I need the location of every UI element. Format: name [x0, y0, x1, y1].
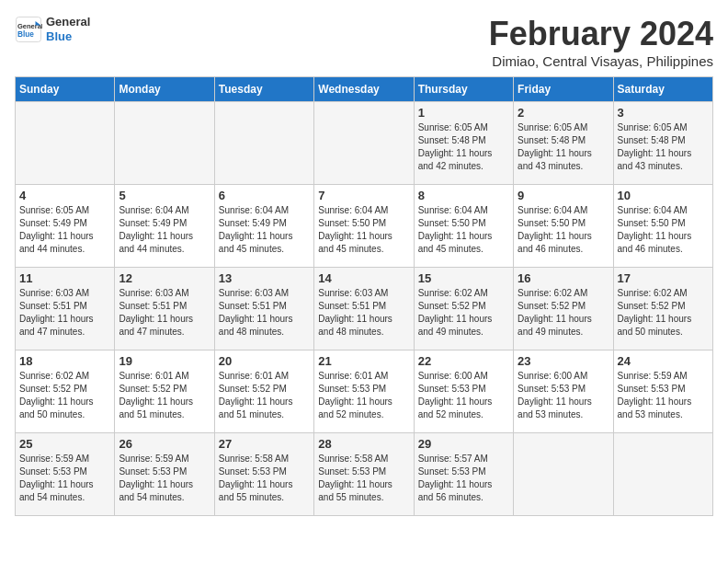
- day-number: 4: [19, 189, 110, 202]
- day-info: Sunrise: 6:03 AM Sunset: 5:51 PM Dayligh…: [119, 287, 210, 339]
- day-number: 18: [19, 354, 110, 368]
- day-info: Sunrise: 6:03 AM Sunset: 5:51 PM Dayligh…: [219, 287, 310, 339]
- calendar-cell: 17Sunrise: 6:02 AM Sunset: 5:52 PM Dayli…: [613, 268, 712, 350]
- calendar-cell: 10Sunrise: 6:04 AM Sunset: 5:50 PM Dayli…: [613, 185, 712, 268]
- day-number: 2: [518, 106, 609, 120]
- day-info: Sunrise: 6:01 AM Sunset: 5:52 PM Dayligh…: [219, 370, 310, 421]
- weekday-header-thursday: Thursday: [414, 77, 513, 102]
- calendar-cell: [613, 433, 712, 516]
- page-header: General Blue General Blue February 2024 …: [15, 15, 713, 69]
- calendar-cell: 11Sunrise: 6:03 AM Sunset: 5:51 PM Dayli…: [16, 268, 115, 350]
- calendar-week-row: 1Sunrise: 6:05 AM Sunset: 5:48 PM Daylig…: [16, 102, 713, 185]
- day-number: 19: [119, 354, 210, 368]
- calendar-cell: 19Sunrise: 6:01 AM Sunset: 5:52 PM Dayli…: [115, 350, 214, 433]
- day-number: 10: [618, 189, 709, 202]
- day-info: Sunrise: 6:04 AM Sunset: 5:50 PM Dayligh…: [518, 204, 609, 256]
- weekday-header-sunday: Sunday: [16, 77, 115, 102]
- weekday-header-wednesday: Wednesday: [314, 77, 414, 102]
- calendar-cell: 25Sunrise: 5:59 AM Sunset: 5:53 PM Dayli…: [16, 433, 115, 516]
- day-info: Sunrise: 6:01 AM Sunset: 5:53 PM Dayligh…: [318, 370, 409, 421]
- day-number: 8: [418, 189, 509, 202]
- svg-text:General: General: [17, 21, 42, 29]
- calendar-cell: 21Sunrise: 6:01 AM Sunset: 5:53 PM Dayli…: [314, 350, 414, 433]
- day-info: Sunrise: 6:02 AM Sunset: 5:52 PM Dayligh…: [418, 287, 509, 339]
- calendar-cell: 24Sunrise: 5:59 AM Sunset: 5:53 PM Dayli…: [613, 350, 712, 433]
- calendar-cell: 29Sunrise: 5:57 AM Sunset: 5:53 PM Dayli…: [414, 433, 513, 516]
- day-number: 27: [219, 437, 310, 451]
- weekday-header-monday: Monday: [115, 77, 214, 102]
- day-number: 1: [418, 106, 509, 120]
- calendar-cell: 4Sunrise: 6:05 AM Sunset: 5:49 PM Daylig…: [16, 185, 115, 268]
- calendar-cell: 1Sunrise: 6:05 AM Sunset: 5:48 PM Daylig…: [414, 102, 513, 185]
- calendar-cell: [514, 433, 613, 516]
- calendar-cell: 12Sunrise: 6:03 AM Sunset: 5:51 PM Dayli…: [115, 268, 214, 350]
- calendar-cell: 18Sunrise: 6:02 AM Sunset: 5:52 PM Dayli…: [16, 350, 115, 433]
- logo-text-general: General: [46, 15, 90, 29]
- calendar-week-row: 18Sunrise: 6:02 AM Sunset: 5:52 PM Dayli…: [16, 350, 713, 433]
- day-number: 3: [618, 106, 709, 120]
- svg-text:Blue: Blue: [17, 29, 34, 38]
- logo-text-blue: Blue: [46, 29, 90, 44]
- logo-icon: General Blue: [15, 16, 42, 43]
- day-info: Sunrise: 5:59 AM Sunset: 5:53 PM Dayligh…: [119, 453, 210, 504]
- calendar-cell: 14Sunrise: 6:03 AM Sunset: 5:51 PM Dayli…: [314, 268, 414, 350]
- day-info: Sunrise: 6:04 AM Sunset: 5:50 PM Dayligh…: [618, 204, 709, 256]
- calendar-cell: 3Sunrise: 6:05 AM Sunset: 5:48 PM Daylig…: [613, 102, 712, 185]
- calendar-week-row: 4Sunrise: 6:05 AM Sunset: 5:49 PM Daylig…: [16, 185, 713, 268]
- day-info: Sunrise: 6:04 AM Sunset: 5:50 PM Dayligh…: [318, 204, 409, 256]
- day-number: 24: [618, 354, 709, 368]
- day-info: Sunrise: 5:59 AM Sunset: 5:53 PM Dayligh…: [618, 370, 709, 421]
- day-number: 12: [119, 271, 210, 285]
- day-number: 29: [418, 437, 509, 451]
- day-info: Sunrise: 6:05 AM Sunset: 5:49 PM Dayligh…: [19, 204, 110, 256]
- calendar-cell: 2Sunrise: 6:05 AM Sunset: 5:48 PM Daylig…: [514, 102, 613, 185]
- day-number: 20: [219, 354, 310, 368]
- day-number: 25: [19, 437, 110, 451]
- day-info: Sunrise: 6:02 AM Sunset: 5:52 PM Dayligh…: [518, 287, 609, 339]
- calendar-cell: [115, 102, 214, 185]
- calendar-week-row: 11Sunrise: 6:03 AM Sunset: 5:51 PM Dayli…: [16, 268, 713, 350]
- day-info: Sunrise: 5:58 AM Sunset: 5:53 PM Dayligh…: [318, 453, 409, 504]
- calendar-cell: 22Sunrise: 6:00 AM Sunset: 5:53 PM Dayli…: [414, 350, 513, 433]
- weekday-header-tuesday: Tuesday: [214, 77, 313, 102]
- calendar-cell: 5Sunrise: 6:04 AM Sunset: 5:49 PM Daylig…: [115, 185, 214, 268]
- day-number: 15: [418, 271, 509, 285]
- day-info: Sunrise: 5:59 AM Sunset: 5:53 PM Dayligh…: [19, 453, 110, 504]
- day-number: 5: [119, 189, 210, 202]
- day-info: Sunrise: 5:58 AM Sunset: 5:53 PM Dayligh…: [219, 453, 310, 504]
- calendar-cell: 28Sunrise: 5:58 AM Sunset: 5:53 PM Dayli…: [314, 433, 414, 516]
- logo: General Blue General Blue: [15, 15, 90, 43]
- day-number: 26: [119, 437, 210, 451]
- day-number: 28: [318, 437, 409, 451]
- day-info: Sunrise: 6:05 AM Sunset: 5:48 PM Dayligh…: [418, 121, 509, 173]
- day-number: 17: [618, 271, 709, 285]
- day-info: Sunrise: 6:01 AM Sunset: 5:52 PM Dayligh…: [119, 370, 210, 421]
- day-info: Sunrise: 6:04 AM Sunset: 5:50 PM Dayligh…: [418, 204, 509, 256]
- day-info: Sunrise: 6:02 AM Sunset: 5:52 PM Dayligh…: [618, 287, 709, 339]
- day-info: Sunrise: 5:57 AM Sunset: 5:53 PM Dayligh…: [418, 453, 509, 504]
- calendar-cell: 7Sunrise: 6:04 AM Sunset: 5:50 PM Daylig…: [314, 185, 414, 268]
- calendar-cell: 16Sunrise: 6:02 AM Sunset: 5:52 PM Dayli…: [514, 268, 613, 350]
- day-number: 13: [219, 271, 310, 285]
- day-number: 7: [318, 189, 409, 202]
- title-block: February 2024 Dimiao, Central Visayas, P…: [489, 15, 713, 69]
- calendar-week-row: 25Sunrise: 5:59 AM Sunset: 5:53 PM Dayli…: [16, 433, 713, 516]
- calendar-cell: 9Sunrise: 6:04 AM Sunset: 5:50 PM Daylig…: [514, 185, 613, 268]
- day-info: Sunrise: 6:03 AM Sunset: 5:51 PM Dayligh…: [318, 287, 409, 339]
- day-info: Sunrise: 6:00 AM Sunset: 5:53 PM Dayligh…: [418, 370, 509, 421]
- day-info: Sunrise: 6:05 AM Sunset: 5:48 PM Dayligh…: [518, 121, 609, 173]
- calendar-cell: 8Sunrise: 6:04 AM Sunset: 5:50 PM Daylig…: [414, 185, 513, 268]
- day-info: Sunrise: 6:00 AM Sunset: 5:53 PM Dayligh…: [518, 370, 609, 421]
- day-info: Sunrise: 6:03 AM Sunset: 5:51 PM Dayligh…: [19, 287, 110, 339]
- calendar-cell: [16, 102, 115, 185]
- day-info: Sunrise: 6:04 AM Sunset: 5:49 PM Dayligh…: [219, 204, 310, 256]
- calendar-cell: 26Sunrise: 5:59 AM Sunset: 5:53 PM Dayli…: [115, 433, 214, 516]
- day-info: Sunrise: 6:05 AM Sunset: 5:48 PM Dayligh…: [618, 121, 709, 173]
- day-number: 21: [318, 354, 409, 368]
- month-year-title: February 2024: [489, 15, 713, 53]
- day-info: Sunrise: 6:04 AM Sunset: 5:49 PM Dayligh…: [119, 204, 210, 256]
- calendar-table: SundayMondayTuesdayWednesdayThursdayFrid…: [15, 76, 713, 516]
- calendar-cell: 27Sunrise: 5:58 AM Sunset: 5:53 PM Dayli…: [214, 433, 313, 516]
- calendar-cell: 20Sunrise: 6:01 AM Sunset: 5:52 PM Dayli…: [214, 350, 313, 433]
- day-number: 23: [518, 354, 609, 368]
